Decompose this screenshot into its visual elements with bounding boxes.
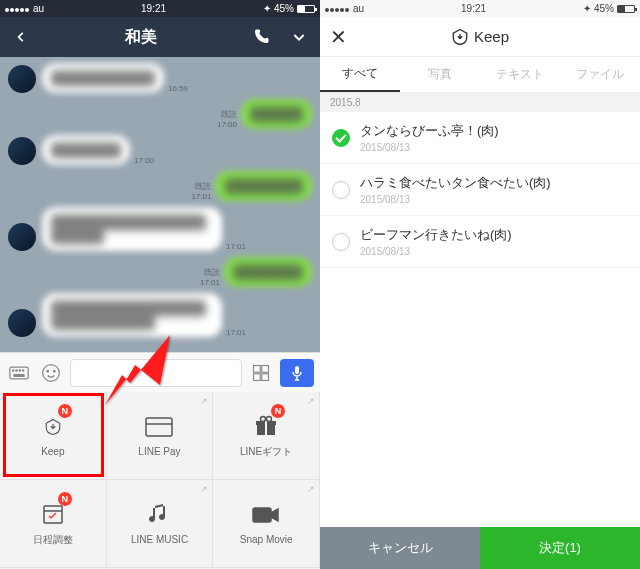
item-date: 2015/08/13 <box>360 194 628 205</box>
item-title: ハラミ食べたいタン食べたい(肉) <box>360 174 628 192</box>
item-title: タンならびーふ亭！(肉) <box>360 122 628 140</box>
external-icon: ↗ <box>307 484 315 494</box>
svg-rect-14 <box>146 418 172 436</box>
bubble-out[interactable]: ████████ <box>224 257 312 287</box>
svg-point-8 <box>54 370 56 372</box>
mic-button[interactable] <box>280 359 314 387</box>
chevron-down-icon[interactable] <box>288 26 310 48</box>
external-icon: ↗ <box>200 484 208 494</box>
call-icon[interactable] <box>250 26 272 48</box>
list-item[interactable]: ビーフマン行きたいね(肉) 2015/08/13 <box>320 216 640 268</box>
cell-label: LINE Pay <box>138 446 180 457</box>
badge-new: N <box>58 404 72 418</box>
status-bar: au 19:21 ✦ 45% <box>0 0 320 17</box>
cell-linegift[interactable]: LINEギフト N ↗ <box>213 392 320 480</box>
avatar[interactable] <box>8 309 36 337</box>
svg-point-19 <box>261 416 266 421</box>
cell-label: 日程調整 <box>33 533 73 547</box>
back-icon[interactable] <box>10 26 32 48</box>
cancel-button[interactable]: キャンセル <box>320 527 480 569</box>
carrier-label: au <box>33 3 44 14</box>
msg-time: 17:01 <box>226 328 246 337</box>
chat-title: 和美 <box>125 27 157 48</box>
svg-rect-10 <box>262 365 269 372</box>
clock: 19:21 <box>141 3 166 14</box>
radio-selected-icon[interactable] <box>332 129 350 147</box>
ok-button[interactable]: 決定(1) <box>480 527 640 569</box>
msg-time: 17:00 <box>134 156 154 165</box>
item-date: 2015/08/13 <box>360 142 628 153</box>
svg-rect-5 <box>14 374 24 376</box>
signal-dots-icon <box>5 3 30 14</box>
clock: 19:21 <box>461 3 486 14</box>
cell-linepay[interactable]: LINE Pay ↗ <box>107 392 214 480</box>
avatar[interactable] <box>8 137 36 165</box>
close-icon[interactable]: ✕ <box>330 25 347 49</box>
bubble-in[interactable]: ████████████████████████ <box>42 207 222 251</box>
msg-in: ████████ 17:00 <box>8 135 312 165</box>
emoji-icon[interactable] <box>38 360 64 386</box>
battery-pct: 45% <box>274 3 294 14</box>
bluetooth-icon: ✦ <box>263 3 271 14</box>
svg-rect-21 <box>44 506 62 523</box>
cell-label: Keep <box>41 446 64 457</box>
msg-time: 17:01 <box>226 242 246 251</box>
svg-rect-11 <box>254 373 261 380</box>
text-input[interactable] <box>70 359 242 387</box>
msg-in: ██████████████████████████████ 17:01 <box>8 293 312 337</box>
bubble-in[interactable]: ██████████████████████████████ <box>42 293 222 337</box>
battery-pct: 45% <box>594 3 614 14</box>
msg-read: 既読17:00 <box>217 109 237 129</box>
tab-photo[interactable]: 写真 <box>400 57 480 92</box>
signal-dots-icon <box>325 3 350 14</box>
svg-point-6 <box>43 364 60 381</box>
status-bar: au 19:21 ✦ 45% <box>320 0 640 17</box>
item-title: ビーフマン行きたいね(肉) <box>360 226 628 244</box>
svg-point-1 <box>13 369 14 370</box>
svg-rect-18 <box>265 421 267 435</box>
list-item[interactable]: タンならびーふ亭！(肉) 2015/08/13 <box>320 112 640 164</box>
radio-icon[interactable] <box>332 233 350 251</box>
cell-label: LINEギフト <box>240 445 292 459</box>
attach-icon[interactable] <box>248 360 274 386</box>
svg-point-2 <box>16 369 17 370</box>
badge-new: N <box>58 492 72 506</box>
svg-point-3 <box>19 369 20 370</box>
left-screen: au 19:21 ✦ 45% 和美 <box>0 0 320 569</box>
external-icon: ↗ <box>200 396 208 406</box>
keep-icon <box>451 28 469 46</box>
battery-icon <box>617 5 635 13</box>
bubble-out[interactable]: █████████ <box>215 171 312 201</box>
keyboard-icon[interactable] <box>6 360 32 386</box>
keep-title: Keep <box>474 28 509 45</box>
cell-schedule[interactable]: 日程調整 N <box>0 480 107 568</box>
radio-icon[interactable] <box>332 181 350 199</box>
bubble-out[interactable]: ██████ <box>241 99 312 129</box>
msg-out: 既読17:00 ██████ <box>8 99 312 129</box>
section-header: 2015.8 <box>320 93 640 112</box>
cell-label: Snap Movie <box>240 534 293 545</box>
cell-music[interactable]: LINE MUSIC ↗ <box>107 480 214 568</box>
input-bar <box>0 352 320 392</box>
avatar[interactable] <box>8 223 36 251</box>
music-icon <box>144 502 174 528</box>
svg-point-4 <box>23 369 24 370</box>
cell-snap[interactable]: Snap Movie ↗ <box>213 480 320 568</box>
svg-rect-13 <box>295 366 299 374</box>
svg-rect-9 <box>254 365 261 372</box>
tab-all[interactable]: すべて <box>320 57 400 92</box>
attachment-panel: Keep N LINE Pay ↗ LINEギフト N ↗ <box>0 392 320 569</box>
avatar[interactable] <box>8 65 36 93</box>
bubble-in[interactable]: ████████████ <box>42 63 164 93</box>
cell-keep[interactable]: Keep N <box>0 392 107 480</box>
tab-file[interactable]: ファイル <box>560 57 640 92</box>
list-item[interactable]: ハラミ食べたいタン食べたい(肉) 2015/08/13 <box>320 164 640 216</box>
keep-header: ✕ Keep <box>320 17 640 57</box>
bubble-in[interactable]: ████████ <box>42 135 130 165</box>
card-icon <box>144 414 174 440</box>
tab-text[interactable]: テキスト <box>480 57 560 92</box>
msg-read: 既読17:01 <box>200 267 220 287</box>
msg-time: 16:59 <box>168 84 188 93</box>
badge-new: N <box>271 404 285 418</box>
msg-in: ████████████████████████ 17:01 <box>8 207 312 251</box>
